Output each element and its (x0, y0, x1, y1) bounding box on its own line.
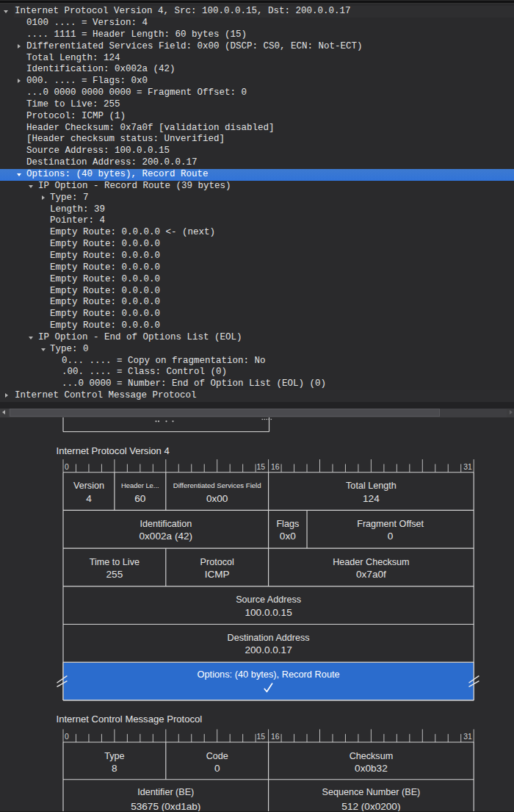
svg-text:Header Le...: Header Le... (121, 481, 159, 489)
svg-text:Version: Version (73, 481, 104, 491)
svg-text:0x0b32: 0x0b32 (355, 763, 388, 774)
svg-text:100.0.0.15: 100.0.0.15 (245, 607, 292, 618)
svg-text:Internet Protocol Version 4: Internet Protocol Version 4 (57, 445, 170, 456)
svg-text:0: 0 (65, 463, 69, 471)
svg-text:Identification: Identification (140, 519, 192, 529)
svg-text:60: 60 (134, 493, 146, 504)
svg-text:Source Address: Source Address (236, 594, 301, 605)
svg-text:15: 15 (257, 463, 266, 471)
svg-text:0x7a0f: 0x7a0f (356, 569, 386, 580)
svg-text:Internet Control Message Proto: Internet Control Message Protocol (57, 714, 203, 725)
svg-text:255: 255 (106, 569, 123, 580)
svg-text:53675 (0xd1ab): 53675 (0xd1ab) (131, 801, 200, 812)
svg-text:Checksum: Checksum (350, 751, 394, 761)
svg-text:124: 124 (363, 493, 380, 504)
svg-text:Sequence Number (BE): Sequence Number (BE) (322, 787, 421, 797)
svg-text:0x002a (42): 0x002a (42) (140, 531, 193, 542)
svg-text:Fragment Offset: Fragment Offset (357, 519, 424, 529)
svg-text:Time to Live: Time to Live (90, 557, 140, 567)
svg-text:0x0: 0x0 (280, 531, 296, 542)
svg-text:Identifier (BE): Identifier (BE) (137, 787, 194, 797)
svg-text:Protocol: Protocol (200, 557, 234, 567)
svg-text:0: 0 (65, 733, 69, 741)
svg-text:Differentiated Services Field: Differentiated Services Field (173, 481, 261, 489)
svg-text:ICMP: ICMP (205, 569, 230, 580)
svg-text:Code: Code (206, 751, 228, 761)
svg-text:15: 15 (257, 733, 266, 741)
svg-text:Type: Type (104, 751, 124, 761)
svg-text:Header Checksum: Header Checksum (333, 557, 409, 567)
svg-text:0x00: 0x00 (206, 493, 228, 504)
svg-text:8: 8 (112, 763, 117, 774)
svg-text:Total Length: Total Length (346, 481, 397, 491)
svg-text:Destination Address: Destination Address (228, 633, 310, 643)
svg-text:Flags: Flags (276, 519, 299, 529)
svg-text:4: 4 (86, 493, 92, 504)
svg-text:16: 16 (271, 463, 280, 471)
svg-text:512 (0x0200): 512 (0x0200) (341, 801, 400, 812)
svg-text:Options: (40 bytes), Record Ro: Options: (40 bytes), Record Route (198, 669, 340, 680)
svg-text:31: 31 (463, 463, 472, 471)
svg-text:31: 31 (463, 733, 472, 741)
svg-text:0: 0 (388, 531, 394, 542)
svg-text:0: 0 (214, 763, 220, 774)
svg-text:200.0.0.17: 200.0.0.17 (245, 644, 292, 655)
svg-text:16: 16 (271, 733, 280, 741)
